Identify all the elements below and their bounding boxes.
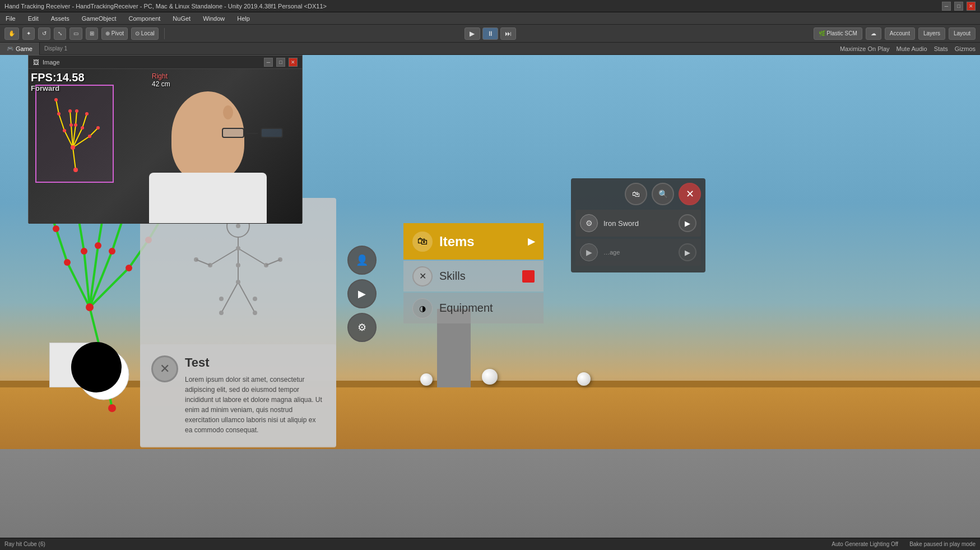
equipment-button[interactable]: ◑ Equipment	[403, 293, 544, 323]
image-window-title: Image	[43, 59, 60, 66]
inv-item-1[interactable]: ⚙ Iron Sword ▶	[575, 210, 701, 237]
items-button[interactable]: 🛍 Items ▶	[403, 223, 544, 260]
inv-item-2[interactable]: ▶ …age ▶	[575, 239, 701, 266]
svg-point-32	[126, 265, 132, 271]
svg-line-66	[221, 282, 238, 313]
rotate-tool[interactable]: ↺	[38, 27, 50, 40]
menu-window[interactable]: Window	[201, 14, 227, 23]
svg-line-39	[59, 114, 64, 131]
gear-button-side[interactable]: ⚙	[347, 313, 377, 342]
char-figure-svg	[188, 209, 289, 332]
skills-button[interactable]: ✕ Skills	[403, 261, 544, 292]
inv-item-2-arrow[interactable]: ▶	[679, 243, 696, 261]
layers-button[interactable]: Layers	[918, 27, 945, 40]
multi-tool[interactable]: ⊞	[86, 27, 98, 40]
svg-point-29	[109, 248, 115, 255]
person-area	[127, 86, 289, 224]
image-window-content: FPS:14.58 Forward Right 42 cm	[29, 69, 302, 224]
menu-nuget[interactable]: NuGet	[170, 14, 193, 23]
inv-search-button[interactable]: 🔍	[652, 183, 674, 205]
minimize-button[interactable]: ─	[942, 2, 951, 11]
title-bar: Hand Tracking Receiver - HandTrackingRec…	[0, 0, 980, 12]
person-face	[171, 91, 244, 181]
account-button[interactable]: Account	[885, 27, 915, 40]
close-button[interactable]: ✕	[967, 2, 976, 11]
inv-item-1-arrow[interactable]: ▶	[679, 214, 696, 232]
local-button[interactable]: ⊙ Local	[131, 27, 159, 40]
svg-line-64	[210, 248, 238, 265]
rect-tool[interactable]: ▭	[69, 27, 82, 40]
svg-point-73	[236, 280, 240, 284]
inv-item-1-name: Iron Sword	[603, 219, 639, 228]
menu-edit[interactable]: Edit	[26, 14, 41, 23]
scene-ball-3	[577, 372, 591, 386]
pause-button[interactable]: ⏸	[482, 27, 498, 40]
svg-point-26	[95, 242, 101, 249]
move-tool[interactable]: ✦	[22, 27, 35, 40]
gizmos-button[interactable]: Gizmos	[955, 45, 976, 52]
toolbar-right: 🌿 Plastic SCM ☁ Account Layers Layout	[814, 27, 976, 40]
image-win-close[interactable]: ✕	[289, 58, 298, 67]
play-button-side[interactable]: ▶	[347, 279, 377, 308]
fps-side-label: Right	[152, 72, 168, 80]
play-button[interactable]: ▶	[465, 27, 480, 40]
skills-label: Skills	[439, 270, 466, 283]
image-win-minimize[interactable]: ─	[264, 58, 273, 67]
svg-point-50	[71, 145, 75, 150]
inv-close-button[interactable]: ✕	[679, 183, 701, 205]
ray-hit-status: Ray hit Cube (6)	[4, 541, 45, 547]
maximize-button[interactable]: □	[954, 2, 963, 11]
svg-line-40	[56, 100, 59, 114]
svg-point-17	[108, 404, 116, 412]
svg-point-74	[219, 297, 224, 301]
status-right: Auto Generate Lighting Off Bake paused i…	[832, 541, 976, 547]
svg-point-77	[253, 311, 257, 315]
fps-right: Right 42 cm	[152, 72, 170, 88]
tab-game[interactable]: 🎮 Game	[0, 43, 40, 55]
display-label: Display 1	[40, 45, 72, 52]
step-button[interactable]: ⏭	[500, 27, 516, 40]
cloud-button[interactable]: ☁	[866, 27, 881, 40]
hand-tool[interactable]: ✋	[4, 27, 19, 40]
test-panel: ✕ Test Lorem ipsum dolor sit amet, conse…	[140, 344, 336, 446]
person-button[interactable]: 👤	[347, 246, 377, 275]
svg-line-65	[238, 248, 266, 265]
svg-point-21	[53, 225, 59, 232]
scale-tool[interactable]: ⤡	[54, 27, 66, 40]
svg-line-37	[73, 147, 76, 170]
skills-icon: ✕	[412, 266, 433, 286]
svg-line-81	[266, 260, 280, 265]
svg-point-59	[85, 112, 89, 115]
inv-item-2-name: …age	[603, 249, 620, 256]
menu-help[interactable]: Help	[235, 14, 252, 23]
fps-value: FPS:14.58	[31, 71, 85, 84]
plastic-scm-button[interactable]: 🌿 Plastic SCM	[814, 27, 862, 40]
menu-file[interactable]: File	[3, 14, 18, 23]
svg-point-51	[63, 129, 66, 132]
svg-line-44	[76, 111, 77, 125]
toolbar: ✋ ✦ ↺ ⤡ ▭ ⊞ ⊕ Pivot ⊙ Local ▶ ⏸ ⏭ 🌿 Plas…	[0, 25, 980, 43]
layout-button[interactable]: Layout	[949, 27, 976, 40]
menu-gameobject[interactable]: GameObject	[80, 14, 119, 23]
pivot-button[interactable]: ⊕ Pivot	[101, 27, 128, 40]
maximize-on-play[interactable]: Maximize On Play	[840, 45, 890, 52]
menu-component[interactable]: Component	[126, 14, 162, 23]
scene-ball-1	[482, 369, 498, 385]
inv-item-2-icon: ▶	[580, 243, 598, 261]
image-win-maximize[interactable]: □	[276, 58, 285, 67]
svg-point-54	[69, 123, 73, 127]
svg-line-42	[70, 111, 71, 125]
svg-line-67	[238, 282, 255, 313]
inv-bag-button[interactable]: 🛍	[625, 183, 647, 205]
svg-point-56	[74, 123, 77, 127]
menu-assets[interactable]: Assets	[49, 14, 72, 23]
svg-point-60	[88, 135, 91, 138]
mute-audio[interactable]: Mute Audio	[897, 45, 927, 52]
stats-button[interactable]: Stats	[934, 45, 948, 52]
test-title: Test	[185, 355, 325, 370]
svg-point-49	[73, 168, 78, 172]
equipment-icon: ◑	[412, 298, 433, 318]
person-glasses	[222, 128, 284, 139]
auto-generate-status: Auto Generate Lighting Off	[832, 541, 898, 547]
svg-point-55	[68, 109, 72, 113]
